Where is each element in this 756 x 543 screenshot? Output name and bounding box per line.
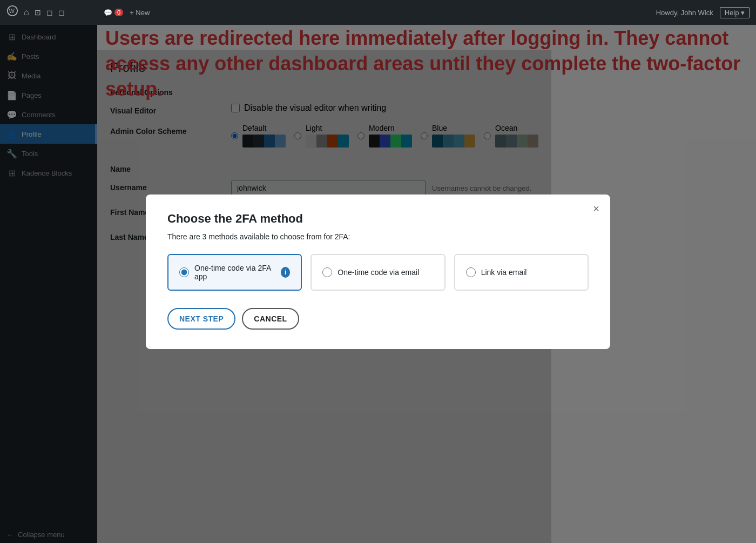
modal-subtitle: There are 3 methods available to choose … [167,232,589,241]
method-options: One-time code via 2FA app i One-time cod… [167,254,589,291]
method-app-radio[interactable] [179,267,189,277]
cancel-button[interactable]: CANCEL [242,308,299,330]
home-icon[interactable]: ⌂ [24,8,29,17]
view-icon-1[interactable]: ◻ [46,8,53,17]
method-email-code-label: One-time code via email [338,268,419,277]
method-app-label: One-time code via 2FA app [194,264,273,281]
modal-close-button[interactable]: × [593,203,599,214]
modal: × Choose the 2FA method There are 3 meth… [146,195,610,349]
view-icon-2[interactable]: ◻ [58,8,65,17]
comments-count: 0 [114,9,123,16]
next-step-button[interactable]: NEXT STEP [167,308,235,330]
new-button[interactable]: + New [130,9,150,17]
edit-icon[interactable]: ⊡ [35,8,41,17]
modal-title: Choose the 2FA method [167,212,589,226]
modal-actions: NEXT STEP CANCEL [167,308,589,330]
method-email-link-label: Link via email [481,268,527,277]
topbar-left: W ⌂ ⊡ ◻ ◻ [0,5,97,20]
topbar-center: 💬 0 + New [97,9,656,17]
method-email-link[interactable]: Link via email [454,254,589,291]
method-app[interactable]: One-time code via 2FA app i [167,254,302,291]
help-button[interactable]: Help ▾ [720,7,750,18]
method-email-code-radio[interactable] [322,267,332,277]
topbar: W ⌂ ⊡ ◻ ◻ 💬 0 + New Howdy, John Wick Hel… [0,0,756,25]
comments-icon[interactable]: 💬 0 [104,9,123,17]
method-email-link-radio[interactable] [466,267,476,277]
topbar-right: Howdy, John Wick Help ▾ [656,7,756,18]
modal-overlay: × Choose the 2FA method There are 3 meth… [0,0,756,543]
wp-logo-icon[interactable]: W [6,5,18,20]
info-badge-icon[interactable]: i [281,267,290,278]
svg-text:W: W [9,8,15,14]
howdy-text: Howdy, John Wick [656,9,713,17]
method-email-code[interactable]: One-time code via email [310,254,445,291]
